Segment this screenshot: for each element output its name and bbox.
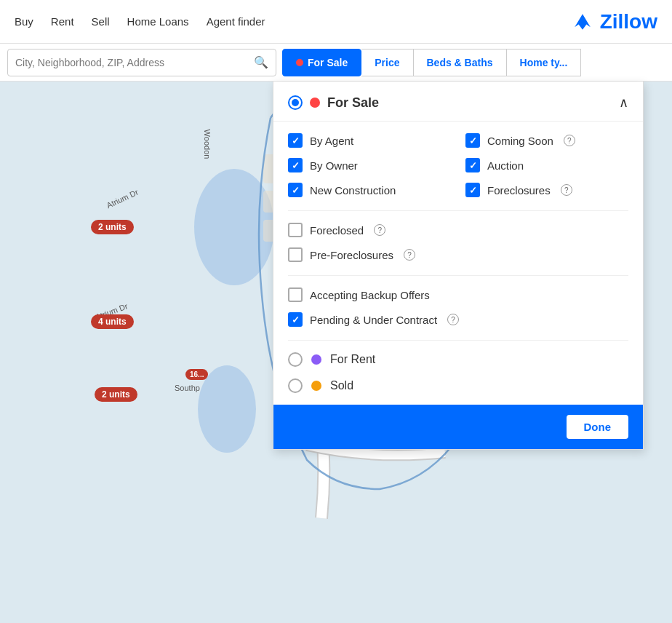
search-icon[interactable]: 🔍 <box>254 55 268 69</box>
cb-pending-contract-label: Pending & Under Contract <box>310 314 437 326</box>
for-rent-dot <box>311 354 321 365</box>
cb-backup-offers-box[interactable] <box>288 287 303 302</box>
checkbox-pending-contract[interactable]: ✓ Pending & Under Contract ? <box>288 312 628 327</box>
cb-by-agent-box[interactable]: ✓ <box>288 133 303 148</box>
nav-buy[interactable]: Buy <box>15 15 33 28</box>
search-input[interactable] <box>15 57 251 68</box>
coming-soon-help-icon[interactable]: ? <box>564 135 575 146</box>
search-area: 🔍 For Sale Price Beds & Baths Home ty... <box>0 44 672 82</box>
zillow-z-icon <box>569 9 596 35</box>
map-label-southp: Southp <box>175 384 200 392</box>
extra-check-group: Foreclosed ? Pre-Foreclosures ? <box>288 223 628 262</box>
checkbox-by-owner[interactable]: ✓ By Owner <box>288 158 451 172</box>
nav-agent-finder[interactable]: Agent finder <box>207 15 265 28</box>
svg-point-1 <box>198 365 256 453</box>
for-sale-radio[interactable] <box>288 95 303 110</box>
cb-by-owner-label: By Owner <box>310 159 358 172</box>
cb-backup-offers-label: Accepting Backup Offers <box>310 289 430 301</box>
unit-badge-4units[interactable]: 4 units <box>91 314 134 329</box>
main-nav: Buy Rent Sell Home Loans Agent finder <box>15 15 265 28</box>
search-box[interactable]: 🔍 <box>7 49 276 76</box>
divider-2 <box>288 275 628 276</box>
checkbox-by-agent[interactable]: ✓ By Agent <box>288 133 451 148</box>
cb-foreclosures-label: Foreclosures <box>487 184 551 197</box>
cb-pre-foreclosures-label: Pre-Foreclosures <box>310 249 393 261</box>
for-sale-title: For Sale <box>327 95 379 111</box>
divider-3 <box>288 340 628 341</box>
for-sale-dot <box>296 59 303 66</box>
filter-tabs: For Sale Price Beds & Baths Home ty... <box>282 49 581 76</box>
checkbox-new-construction[interactable]: ✓ New Construction <box>288 183 451 197</box>
checkbox-foreclosures[interactable]: ✓ Foreclosures ? <box>465 183 628 197</box>
svg-point-0 <box>194 169 274 285</box>
cb-by-owner-box[interactable]: ✓ <box>288 158 303 172</box>
zillow-wordmark: Zillow <box>600 10 657 33</box>
cb-pre-foreclosures-box[interactable] <box>288 247 303 262</box>
checkbox-pre-foreclosures[interactable]: Pre-Foreclosures ? <box>288 247 628 262</box>
foreclosures-help-icon[interactable]: ? <box>561 184 572 196</box>
tab-beds-baths[interactable]: Beds & Baths <box>414 49 507 76</box>
chevron-up-icon[interactable]: ∧ <box>619 95 628 111</box>
cb-foreclosures-box[interactable]: ✓ <box>465 183 480 197</box>
cb-auction-label: Auction <box>487 159 524 172</box>
dropdown-body: ✓ By Agent ✓ Coming Soon ? ✓ By Owner ✓ … <box>273 122 643 405</box>
done-bar: Done <box>273 405 643 449</box>
radio-options: For Rent Sold <box>288 352 628 393</box>
for-rent-radio[interactable] <box>288 352 303 367</box>
tab-price[interactable]: Price <box>361 49 413 76</box>
checkbox-backup-offers[interactable]: Accepting Backup Offers <box>288 287 628 302</box>
cb-foreclosed-box[interactable] <box>288 223 303 237</box>
zillow-logo[interactable]: Zillow <box>569 9 657 35</box>
foreclosed-help-icon[interactable]: ? <box>374 224 385 236</box>
sold-radio[interactable] <box>288 378 303 393</box>
header: Buy Rent Sell Home Loans Agent finder Zi… <box>0 0 672 44</box>
cb-pending-contract-box[interactable]: ✓ <box>288 312 303 327</box>
cb-auction-box[interactable]: ✓ <box>465 158 480 172</box>
checkbox-coming-soon[interactable]: ✓ Coming Soon ? <box>465 133 628 148</box>
cb-new-construction-label: New Construction <box>310 184 396 197</box>
checkbox-auction[interactable]: ✓ Auction <box>465 158 628 172</box>
nav-rent[interactable]: Rent <box>51 15 74 28</box>
divider-1 <box>288 210 628 211</box>
main-content: Atrium Dr Atrium Dr Southp Woodon 2 unit… <box>0 82 672 623</box>
dropdown-title: For Sale <box>288 95 379 111</box>
tab-for-sale[interactable]: For Sale <box>282 49 361 76</box>
radio-for-rent[interactable]: For Rent <box>288 352 628 367</box>
cb-new-construction-box[interactable]: ✓ <box>288 183 303 197</box>
nav-home-loans[interactable]: Home Loans <box>127 15 189 28</box>
checkbox-foreclosed[interactable]: Foreclosed ? <box>288 223 628 237</box>
listing-type-grid: ✓ By Agent ✓ Coming Soon ? ✓ By Owner ✓ … <box>288 133 628 197</box>
cb-foreclosed-label: Foreclosed <box>310 224 364 237</box>
unit-badge-2units-1[interactable]: 2 units <box>91 220 134 234</box>
sold-dot <box>311 381 321 391</box>
radio-sold[interactable]: Sold <box>288 378 628 393</box>
dropdown-header: For Sale ∧ <box>273 82 643 122</box>
for-sale-radio-inner <box>292 99 299 106</box>
nav-sell[interactable]: Sell <box>92 15 110 28</box>
done-button[interactable]: Done <box>567 415 629 439</box>
tab-home-type[interactable]: Home ty... <box>507 49 582 76</box>
cb-by-agent-label: By Agent <box>310 135 353 147</box>
unit-badge-2units-2[interactable]: 2 units <box>95 387 137 402</box>
cb-coming-soon-label: Coming Soon <box>487 135 553 147</box>
for-sale-dropdown: For Sale ∧ ✓ By Agent ✓ Coming Soon ? <box>273 82 644 450</box>
for-sale-dot-large <box>310 98 320 108</box>
pre-foreclosures-help-icon[interactable]: ? <box>404 249 415 261</box>
sold-label: Sold <box>330 379 353 392</box>
unit-badge-small[interactable]: 16... <box>185 369 208 380</box>
offer-check-group: Accepting Backup Offers ✓ Pending & Unde… <box>288 287 628 327</box>
pending-contract-help-icon[interactable]: ? <box>447 314 459 325</box>
cb-coming-soon-box[interactable]: ✓ <box>465 133 480 148</box>
map-label-atrium-dr-1: Atrium Dr <box>105 188 140 210</box>
for-rent-label: For Rent <box>330 353 375 366</box>
map-label-woodon: Woodon <box>203 130 212 159</box>
